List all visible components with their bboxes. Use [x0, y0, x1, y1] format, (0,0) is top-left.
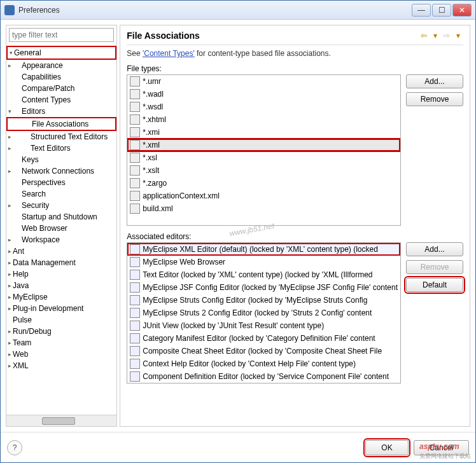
editor-item[interactable]: MyEclipse Struts Config Editor (locked b…	[127, 294, 400, 307]
tree-item-file-associations[interactable]: File Associations	[6, 117, 116, 131]
tree-item-web[interactable]: ▸Web	[6, 349, 116, 360]
tree-item-search[interactable]: Search	[6, 188, 116, 200]
editors-horizontal-scrollbar[interactable]	[127, 383, 400, 384]
triangle-down-icon[interactable]: ▾	[8, 50, 14, 56]
editors-add-button[interactable]: Add...	[406, 242, 463, 256]
back-menu-icon[interactable]: ▾	[430, 31, 440, 41]
tree-item-xml[interactable]: ▸XML	[6, 360, 116, 371]
triangle-right-icon[interactable]: ▸	[6, 134, 13, 140]
file-type-item[interactable]: *.xml	[127, 139, 400, 151]
tree-item-help[interactable]: ▸Help	[6, 268, 116, 280]
filter-input[interactable]	[9, 28, 114, 42]
file-type-item[interactable]: build.xml	[127, 202, 400, 215]
help-button[interactable]: ?	[7, 440, 22, 455]
editor-item[interactable]: MyEclipse Web Browser	[127, 256, 400, 268]
minimize-button[interactable]: —	[412, 4, 431, 17]
editor-item[interactable]: MyEclipse JSF Config Editor (locked by '…	[127, 281, 400, 294]
associated-editors-list[interactable]: MyEclipse XML Editor (default) (locked b…	[127, 242, 401, 384]
app-icon	[4, 5, 15, 15]
editors-remove-button[interactable]: Remove	[406, 260, 463, 274]
file-type-item[interactable]: *.zargo	[127, 177, 400, 190]
close-button[interactable]: ✕	[452, 4, 472, 17]
editor-item[interactable]: Context Help Editor (locked by 'Context …	[127, 357, 400, 370]
intro-text: See 'Content Types' for content-type bas…	[127, 49, 463, 58]
triangle-right-icon[interactable]: ▸	[6, 271, 13, 277]
tree-item-workspace[interactable]: ▸Workspace	[6, 234, 116, 245]
triangle-right-icon[interactable]: ▸	[6, 62, 13, 69]
tree-item-pulse[interactable]: Pulse	[6, 314, 116, 326]
tree-item-network-connections[interactable]: ▸Network Connections	[6, 165, 116, 177]
tree-item-java[interactable]: ▸Java	[6, 280, 116, 291]
editor-item[interactable]: Composite Cheat Sheet Editor (locked by …	[127, 345, 400, 357]
file-types-list[interactable]: *.umr*.wadl*.wsdl*.xhtml*.xmi*.xml*.xsl*…	[127, 74, 401, 226]
file-type-item[interactable]: *.xslt	[127, 164, 400, 177]
tree-item-appearance[interactable]: ▸Appearance	[6, 60, 116, 71]
tree-item-web-browser[interactable]: Web Browser	[6, 223, 116, 234]
file-type-item[interactable]: *.xmi	[127, 126, 400, 139]
triangle-right-icon[interactable]: ▸	[6, 363, 13, 369]
triangle-right-icon[interactable]: ▸	[6, 202, 13, 209]
triangle-right-icon[interactable]: ▸	[6, 294, 13, 300]
file-types-add-button[interactable]: Add...	[406, 74, 463, 88]
triangle-right-icon[interactable]: ▸	[6, 328, 13, 335]
file-type-item[interactable]: *.wsdl	[127, 100, 400, 113]
editor-item[interactable]: MyEclipse Struts 2 Config Editor (locked…	[127, 307, 400, 319]
tree-item-plug-in-development[interactable]: ▸Plug-in Development	[6, 303, 116, 314]
tree-item-editors[interactable]: ▾Editors	[6, 106, 116, 117]
category-tree[interactable]: ▾General▸AppearanceCapabilitiesCompare/P…	[6, 45, 116, 415]
associated-editors-buttons: Add... Remove Default	[406, 242, 463, 292]
triangle-right-icon[interactable]: ▸	[6, 305, 13, 312]
tree-item-label: Compare/Patch	[13, 84, 74, 93]
editors-default-button[interactable]: Default	[406, 278, 463, 292]
tree-item-structured-text-editors[interactable]: ▸Structured Text Editors	[6, 131, 116, 142]
tree-item-text-editors[interactable]: ▸Text Editors	[6, 142, 116, 154]
tree-item-label: Workspace	[13, 235, 60, 244]
editor-item[interactable]: Text Editor (locked by 'XML' content typ…	[127, 268, 400, 281]
tree-item-capabilities[interactable]: Capabilities	[6, 71, 116, 83]
triangle-right-icon[interactable]: ▸	[6, 259, 13, 266]
tree-item-data-management[interactable]: ▸Data Management	[6, 257, 116, 268]
tree-item-security[interactable]: ▸Security	[6, 200, 116, 211]
tree-item-run-debug[interactable]: ▸Run/Debug	[6, 326, 116, 337]
associated-editors-label: Associated editors:	[127, 232, 463, 241]
triangle-right-icon[interactable]: ▸	[6, 340, 13, 346]
file-type-item[interactable]: applicationContext.xml	[127, 190, 400, 202]
maximize-button[interactable]: ☐	[432, 4, 451, 17]
editor-item[interactable]: MyEclipse XML Editor (default) (locked b…	[127, 243, 400, 256]
cancel-button[interactable]: Cancel	[414, 440, 469, 455]
tree-item-myeclipse[interactable]: ▸MyEclipse	[6, 291, 116, 303]
triangle-right-icon[interactable]: ▸	[6, 237, 13, 243]
tree-item-compare-patch[interactable]: Compare/Patch	[6, 83, 116, 94]
tree-item-team[interactable]: ▸Team	[6, 337, 116, 349]
file-type-item[interactable]: *.wadl	[127, 88, 400, 100]
triangle-right-icon[interactable]: ▸	[6, 168, 13, 174]
ok-button[interactable]: OK	[365, 440, 408, 455]
tree-item-content-types[interactable]: Content Types	[6, 94, 116, 106]
editor-icon	[130, 282, 140, 293]
triangle-right-icon[interactable]: ▸	[6, 282, 13, 289]
editor-item[interactable]: Component Definition Editor (locked by '…	[127, 370, 400, 383]
file-types-remove-button[interactable]: Remove	[406, 92, 463, 106]
back-icon[interactable]: ⇦	[419, 31, 429, 41]
tree-item-perspectives[interactable]: Perspectives	[6, 177, 116, 188]
tree-item-startup-and-shutdown[interactable]: Startup and Shutdown	[6, 211, 116, 223]
editor-icon	[130, 359, 140, 369]
tree-item-ant[interactable]: ▸Ant	[6, 245, 116, 257]
titlebar[interactable]: Preferences — ☐ ✕	[1, 1, 475, 20]
triangle-down-icon[interactable]: ▾	[6, 108, 13, 114]
file-type-item[interactable]: *.xhtml	[127, 113, 400, 126]
triangle-right-icon[interactable]: ▸	[6, 351, 13, 357]
editor-item[interactable]: Category Manifest Editor (locked by 'Cat…	[127, 332, 400, 345]
content-types-link[interactable]: 'Content Types'	[143, 49, 195, 58]
file-type-item[interactable]: *.xsl	[127, 151, 400, 164]
file-type-item[interactable]: *.umr	[127, 75, 400, 88]
forward-menu-icon[interactable]: ▾	[453, 31, 463, 41]
triangle-right-icon[interactable]: ▸	[6, 248, 13, 254]
editor-icon	[130, 295, 140, 305]
triangle-right-icon[interactable]: ▸	[6, 145, 13, 151]
forward-icon[interactable]: ⇨	[442, 31, 452, 41]
editor-item[interactable]: JUnit View (locked by 'JUnit Test Result…	[127, 319, 400, 332]
tree-horizontal-scrollbar[interactable]	[6, 415, 116, 426]
tree-item-general[interactable]: ▾General	[6, 46, 116, 60]
tree-item-keys[interactable]: Keys	[6, 154, 116, 165]
